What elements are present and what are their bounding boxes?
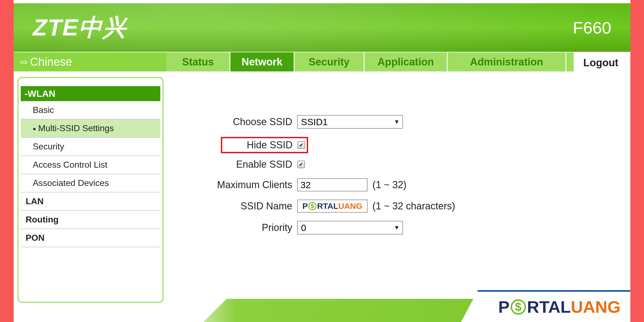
- select-priority[interactable]: 0: [297, 221, 403, 234]
- checkbox-enable-ssid[interactable]: ✔: [297, 161, 305, 168]
- row-enable-ssid: Enable SSID ✔: [183, 159, 614, 170]
- header: ZTE中兴 F660: [14, 0, 630, 52]
- sidebar-box: -WLAN Basic Multi-SSID Settings Security…: [17, 77, 164, 303]
- nav-tabs: Status Network Security Application Admi…: [166, 52, 630, 71]
- tab-security[interactable]: Security: [294, 52, 364, 71]
- label-ssid-name: SSID Name: [183, 200, 297, 212]
- sidebar-item-security[interactable]: Security: [21, 138, 160, 156]
- tab-administration[interactable]: Administration: [448, 52, 565, 71]
- sidebar-item-lan[interactable]: LAN: [21, 192, 160, 211]
- label-max-clients: Maximum Clients: [183, 179, 297, 191]
- sidebar-item-assoc-devices[interactable]: Associated Devices: [21, 174, 160, 192]
- row-priority: Priority 0: [183, 221, 614, 234]
- app-container: ZTE中兴 F660 Chinese Status Network Securi…: [14, 0, 630, 322]
- label-enable-ssid: Enable SSID: [183, 159, 297, 170]
- sidebar-item-routing[interactable]: Routing: [21, 211, 160, 229]
- hint-ssid-name: (1 ~ 32 characters): [372, 200, 455, 212]
- row-choose-ssid: Choose SSID SSID1: [183, 115, 614, 129]
- sidebar-header-wlan[interactable]: -WLAN: [21, 86, 160, 101]
- logout-button[interactable]: Logout: [576, 54, 625, 71]
- sidebar-item-pon[interactable]: PON: [21, 229, 160, 247]
- model-label: F660: [573, 18, 611, 37]
- label-priority: Priority: [183, 222, 297, 233]
- sidebar-item-acl[interactable]: Access Control List: [21, 156, 160, 174]
- top-nav: Chinese Status Network Security Applicat…: [14, 52, 630, 71]
- sidebar: -WLAN Basic Multi-SSID Settings Security…: [14, 71, 166, 322]
- watermark-logo: P$RTALUANG: [482, 290, 630, 322]
- input-ssid-name[interactable]: P$RTALUANG: [297, 200, 368, 213]
- language-toggle[interactable]: Chinese: [14, 52, 166, 71]
- tab-application[interactable]: Application: [365, 52, 447, 71]
- select-choose-ssid-wrap: SSID1: [297, 115, 403, 129]
- tab-status[interactable]: Status: [166, 52, 230, 71]
- tab-network[interactable]: Network: [230, 52, 294, 71]
- content-panel: Choose SSID SSID1 Hide SSID ✔ Enable SSI…: [166, 71, 630, 322]
- brand-logo: ZTE中兴: [33, 12, 127, 44]
- label-hide-ssid: Hide SSID: [224, 139, 297, 151]
- select-choose-ssid[interactable]: SSID1: [297, 115, 403, 129]
- body: -WLAN Basic Multi-SSID Settings Security…: [14, 71, 630, 322]
- input-max-clients[interactable]: [297, 178, 368, 191]
- row-hide-ssid: Hide SSID ✔: [221, 137, 308, 153]
- row-max-clients: Maximum Clients (1 ~ 32): [183, 178, 614, 191]
- sidebar-item-multi-ssid[interactable]: Multi-SSID Settings: [21, 119, 160, 138]
- select-priority-wrap: 0: [297, 221, 403, 234]
- checkbox-hide-ssid[interactable]: ✔: [297, 141, 305, 149]
- hint-max-clients: (1 ~ 32): [372, 179, 407, 191]
- label-choose-ssid: Choose SSID: [183, 116, 297, 128]
- row-ssid-name: SSID Name P$RTALUANG (1 ~ 32 characters): [183, 200, 614, 213]
- nav-spacer: [566, 52, 574, 71]
- sidebar-item-basic[interactable]: Basic: [21, 101, 160, 119]
